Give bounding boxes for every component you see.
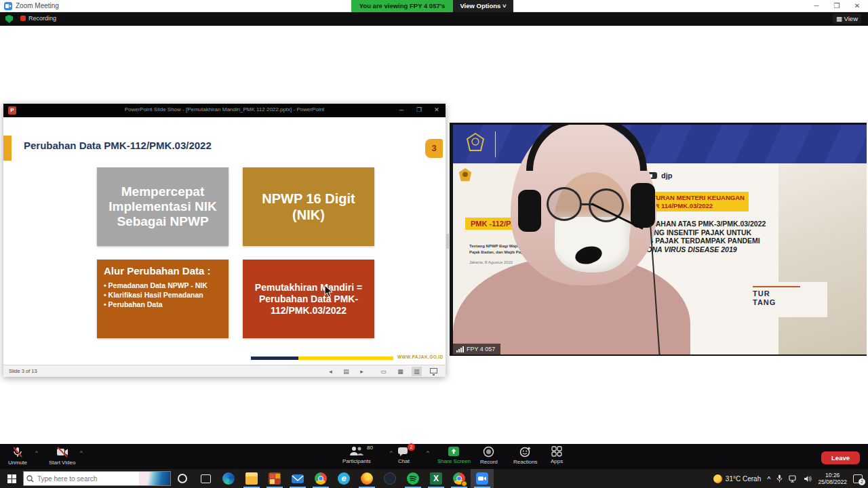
search-input[interactable] bbox=[37, 475, 125, 483]
tray-volume-icon[interactable] bbox=[804, 475, 812, 483]
meeting-info-bar: Recording ▦ View bbox=[0, 12, 868, 26]
kemenkeu-logo-small bbox=[458, 167, 472, 185]
spotify-button[interactable] bbox=[401, 469, 425, 488]
ppt-minimize-button[interactable]: ─ bbox=[393, 104, 410, 117]
minimize-button[interactable]: ─ bbox=[807, 0, 826, 12]
dark-app-button[interactable] bbox=[378, 469, 401, 488]
shared-screen-area: P PowerPoint Slide Show - [Pemutakhiran … bbox=[0, 26, 868, 444]
start-button[interactable] bbox=[0, 469, 23, 488]
taskbar-search[interactable] bbox=[23, 471, 171, 486]
maximize-button[interactable]: ❐ bbox=[827, 0, 846, 12]
viewing-screen-banner: You are viewing FPY 4 057's screen bbox=[351, 0, 453, 12]
internet-explorer-button[interactable]: e bbox=[332, 469, 355, 488]
file-explorer-button[interactable] bbox=[240, 469, 263, 488]
apps-icon bbox=[551, 446, 562, 457]
close-button[interactable]: ✕ bbox=[848, 0, 867, 12]
slide-accent-bar bbox=[3, 136, 12, 161]
tray-network-icon[interactable] bbox=[789, 475, 797, 483]
previous-slide-button[interactable]: ◂ bbox=[326, 367, 336, 376]
colored-grid-app-icon bbox=[269, 472, 281, 485]
taskbar-clock[interactable]: 10:26 25/08/2022 bbox=[818, 472, 847, 485]
view-layout-button[interactable]: ▦ View bbox=[833, 14, 861, 24]
next-slide-button[interactable]: ▸ bbox=[357, 367, 367, 376]
excel-icon: X bbox=[430, 472, 442, 485]
annotation-menu-button[interactable]: ▤ bbox=[341, 367, 351, 376]
apps-button[interactable]: Apps bbox=[551, 446, 563, 464]
record-icon bbox=[483, 446, 494, 458]
slide-sorter-view-button[interactable]: ▦ bbox=[395, 367, 406, 376]
tray-mic-icon[interactable] bbox=[776, 474, 783, 483]
excel-button[interactable]: X bbox=[425, 469, 448, 488]
clock-date: 25/08/2022 bbox=[818, 479, 847, 485]
banner-divider bbox=[495, 131, 496, 157]
box3-bullet: Pemadanan Data NPWP - NIK bbox=[104, 281, 222, 290]
task-view-icon bbox=[201, 474, 211, 483]
mail-app-button[interactable] bbox=[286, 469, 309, 488]
chat-unread-badge: 2 bbox=[408, 443, 415, 451]
view-options-button[interactable]: View Options ˅ bbox=[453, 0, 513, 12]
powerpoint-window-title: PowerPoint Slide Show - [Pemutakhiran Ma… bbox=[3, 106, 446, 113]
zoom-toolbar: Unmute ^ Start Video ^ 80 Participants ^… bbox=[0, 444, 868, 469]
chat-caret[interactable]: ^ bbox=[427, 449, 429, 455]
powerpoint-titlebar[interactable]: P PowerPoint Slide Show - [Pemutakhiran … bbox=[3, 104, 446, 117]
participants-button[interactable]: 80 Participants bbox=[342, 446, 371, 464]
audio-options-caret[interactable]: ^ bbox=[35, 449, 38, 455]
tray-overflow-chevron[interactable]: ^ bbox=[767, 475, 770, 482]
slide-counter: Slide 3 of 13 bbox=[9, 368, 37, 374]
mouse-cursor-icon bbox=[324, 285, 334, 298]
slideshow-view-button[interactable] bbox=[430, 368, 437, 373]
unmute-button[interactable]: Unmute bbox=[8, 446, 27, 466]
search-icon bbox=[26, 475, 34, 483]
system-tray: 31°C Cerah ^ 10:26 25/08/2022 2 bbox=[713, 472, 868, 485]
start-video-button[interactable]: Start Video bbox=[49, 446, 75, 466]
chrome-button[interactable] bbox=[309, 469, 332, 488]
face-mask bbox=[555, 217, 629, 272]
slide-progress-yellow bbox=[298, 357, 393, 360]
video-options-caret[interactable]: ^ bbox=[80, 449, 83, 455]
video-off-icon bbox=[56, 446, 69, 458]
chrome-profile2-button[interactable] bbox=[448, 469, 471, 488]
headphone-left-cup bbox=[518, 190, 541, 232]
weather-widget[interactable]: 31°C Cerah bbox=[713, 474, 761, 483]
colored-grid-app-button[interactable] bbox=[263, 469, 286, 488]
pane-resize-handle[interactable] bbox=[446, 234, 449, 249]
backdrop-photo bbox=[778, 163, 867, 356]
slide-canvas: Perubahan Data PMK-112/PMK.03/2022 3 Mem… bbox=[3, 117, 446, 365]
ppt-maximize-button[interactable]: ❐ bbox=[410, 104, 428, 117]
cortana-icon bbox=[178, 474, 187, 483]
reading-view-button[interactable]: ▥ bbox=[412, 367, 422, 376]
box3-heading: Alur Perubahan Data : bbox=[104, 265, 222, 277]
record-button[interactable]: Record bbox=[480, 446, 498, 465]
zoom-window-titlebar: Zoom Meeting You are viewing FPY 4 057's… bbox=[0, 0, 868, 12]
chat-button[interactable]: 2 Chat bbox=[397, 446, 410, 464]
zoom-taskbar-icon bbox=[476, 472, 488, 485]
normal-view-button[interactable]: ▭ bbox=[378, 367, 389, 376]
djp-logo-text: djp bbox=[661, 171, 673, 180]
reactions-icon bbox=[519, 446, 531, 458]
reactions-button[interactable]: Reactions bbox=[513, 446, 538, 465]
recording-dot-icon bbox=[20, 16, 26, 21]
powerpoint-statusbar: Slide 3 of 13 ◂ ▤ ▸ ▭ ▦ ▥ bbox=[3, 365, 446, 377]
action-center-button[interactable]: 2 bbox=[853, 474, 863, 483]
slide-footer-url: WWW.PAJAK.GO.ID bbox=[397, 354, 443, 359]
file-explorer-icon bbox=[245, 472, 258, 485]
encryption-shield-icon[interactable] bbox=[5, 15, 13, 23]
search-decoration bbox=[139, 472, 170, 485]
firefox-button[interactable] bbox=[355, 469, 378, 488]
firefox-icon bbox=[361, 472, 373, 485]
leave-button[interactable]: Leave bbox=[821, 451, 860, 464]
participants-count: 80 bbox=[367, 445, 373, 451]
edge-icon bbox=[222, 472, 235, 485]
edge-taskbar-button[interactable] bbox=[217, 469, 240, 488]
task-view-button[interactable] bbox=[194, 469, 217, 488]
participants-caret[interactable]: ^ bbox=[390, 449, 393, 455]
chrome-alert-icon bbox=[453, 472, 465, 485]
glasses-left-lens bbox=[547, 187, 582, 221]
ppt-close-button[interactable]: ✕ bbox=[428, 104, 446, 117]
zoom-taskbar-button[interactable] bbox=[471, 469, 494, 488]
cortana-button[interactable] bbox=[171, 469, 194, 488]
share-screen-button[interactable]: Share Screen bbox=[437, 446, 471, 464]
pmk-112-subtext: Pajak Badan, dan Wajib Pajak bbox=[469, 249, 526, 255]
box3-bullet: Perubahan Data bbox=[104, 300, 222, 309]
recording-indicator: Recording bbox=[20, 15, 56, 22]
